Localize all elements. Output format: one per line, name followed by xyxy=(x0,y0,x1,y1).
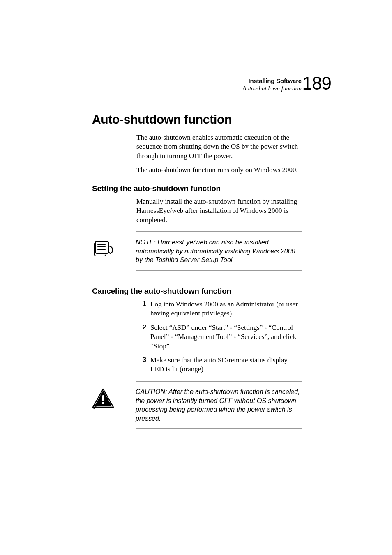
setting-paragraph-1: Manually install the auto-shutdown funct… xyxy=(136,197,302,225)
step-number: 3 xyxy=(136,356,146,374)
document-page: Installing Software Auto-shutdown functi… xyxy=(0,0,392,555)
callout-rule-bottom xyxy=(136,270,302,271)
step-item: 1 Log into Windows 2000 as an Administra… xyxy=(136,300,302,318)
svg-rect-5 xyxy=(102,395,104,401)
note-text: NOTE: HarnessEye/web can also be install… xyxy=(136,238,302,265)
canceling-heading: Canceling the auto-shutdown function xyxy=(92,287,302,296)
intro-block: The auto-shutdown enables automatic exec… xyxy=(136,133,302,175)
setting-heading: Setting the auto-shutdown function xyxy=(92,184,302,193)
note-icon xyxy=(92,238,114,260)
step-text: Make sure that the auto SD/remote status… xyxy=(150,356,302,374)
section-title: Auto-shutdown function xyxy=(92,113,302,127)
step-text: Select “ASD” under “Start” - “Settings” … xyxy=(150,323,302,351)
caution-text: CAUTION: After the auto-shutdown functio… xyxy=(136,387,302,423)
caution-icon xyxy=(92,387,114,410)
step-item: 3 Make sure that the auto SD/remote stat… xyxy=(136,356,302,374)
intro-paragraph-2: The auto-shutdown function runs only on … xyxy=(136,166,302,175)
header-section: Auto-shutdown function xyxy=(242,85,302,92)
setting-block: Manually install the auto-shutdown funct… xyxy=(136,197,302,225)
note-callout: NOTE: HarnessEye/web can also be install… xyxy=(92,231,302,271)
steps-list: 1 Log into Windows 2000 as an Administra… xyxy=(136,300,302,374)
callout-rule-top xyxy=(136,231,302,232)
step-item: 2 Select “ASD” under “Start” - “Settings… xyxy=(136,323,302,351)
step-number: 1 xyxy=(136,300,146,318)
header-rule xyxy=(92,97,331,97)
step-number: 2 xyxy=(136,323,146,351)
header-chapter: Installing Software xyxy=(242,77,302,84)
callout-rule-bottom xyxy=(136,428,302,429)
svg-point-6 xyxy=(102,402,104,404)
intro-paragraph-1: The auto-shutdown enables automatic exec… xyxy=(136,133,302,161)
caution-callout: CAUTION: After the auto-shutdown functio… xyxy=(92,381,302,429)
callout-rule-top xyxy=(136,381,302,382)
page-number: 189 xyxy=(302,73,331,94)
running-header: Installing Software Auto-shutdown functi… xyxy=(242,77,302,92)
step-text: Log into Windows 2000 as an Administrato… xyxy=(150,300,302,318)
